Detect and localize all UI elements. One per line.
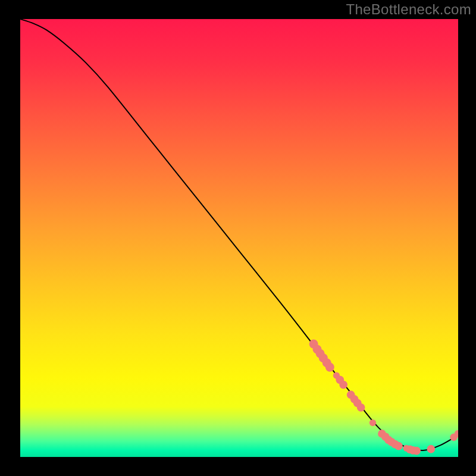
watermark-text: TheBottleneck.com xyxy=(346,1,471,18)
data-point xyxy=(357,403,365,412)
data-point xyxy=(339,381,347,389)
data-point xyxy=(394,442,403,450)
chart-frame: TheBottleneck.com xyxy=(0,0,476,476)
data-point xyxy=(412,447,421,455)
plot-area xyxy=(20,19,458,457)
data-point xyxy=(369,419,376,426)
gradient-background xyxy=(20,19,458,457)
plot-svg xyxy=(20,19,458,457)
data-point xyxy=(427,445,435,453)
data-point xyxy=(325,363,334,372)
